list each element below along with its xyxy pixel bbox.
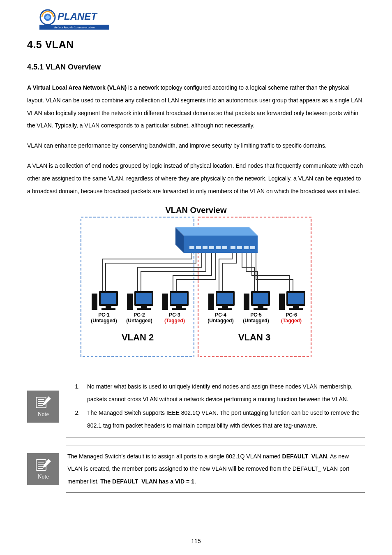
svg-rect-19 (101, 308, 115, 310)
note-1-item-1: No matter what basis is used to uniquely… (81, 380, 363, 406)
svg-rect-6 (189, 246, 194, 249)
svg-rect-8 (203, 246, 208, 249)
note-block-2: Note The Managed Switch's default is to … (27, 446, 365, 493)
diagram-title: VLAN Overview (166, 206, 227, 215)
svg-text:(Untagged): (Untagged) (208, 318, 233, 324)
svg-rect-53 (293, 306, 299, 308)
svg-rect-41 (208, 294, 214, 310)
svg-rect-4 (184, 236, 258, 253)
svg-rect-33 (172, 308, 186, 310)
pc-icon: PC-4 (Untagged) (208, 291, 235, 324)
paragraph-2: VLAN can enhance performance by conservi… (27, 139, 365, 152)
svg-rect-25 (141, 306, 147, 308)
page-number: 115 (0, 538, 392, 544)
svg-text:(Untagged): (Untagged) (243, 318, 269, 324)
svg-rect-45 (253, 293, 268, 304)
svg-rect-55 (279, 294, 285, 310)
note-badge: Note (27, 453, 59, 485)
note-badge-label: Note (37, 474, 48, 480)
brand-logo: PLANET Networking & Communication (39, 7, 365, 30)
svg-rect-24 (136, 293, 152, 304)
pc-icon: PC-3 (Tagged) (162, 291, 189, 324)
svg-rect-18 (106, 306, 111, 308)
svg-text:(Untagged): (Untagged) (126, 318, 152, 324)
svg-rect-15 (250, 246, 255, 249)
svg-rect-17 (101, 293, 116, 304)
subsection-title: 4.5.1 VLAN Overview (27, 63, 365, 72)
svg-rect-13 (237, 246, 242, 249)
svg-rect-46 (258, 306, 263, 308)
paragraph-1-lead: A Virtual Local Area Network (VLAN) (27, 84, 127, 91)
svg-rect-14 (244, 246, 249, 249)
svg-rect-27 (127, 294, 133, 310)
note-2-post: . (194, 478, 196, 485)
svg-rect-47 (254, 308, 267, 310)
note-badge-label: Note (37, 411, 48, 418)
paragraph-1-rest: is a network topology configured accordi… (27, 84, 364, 129)
svg-rect-34 (162, 294, 168, 310)
note-2-pre: The Managed Switch's default is to assig… (67, 453, 282, 460)
brand-text: PLANET (58, 11, 98, 22)
svg-rect-9 (209, 246, 214, 249)
vlan3-label: VLAN 3 (238, 332, 270, 342)
svg-rect-10 (216, 246, 221, 249)
pc-icon: PC-5 (Untagged) (243, 291, 270, 324)
svg-rect-26 (137, 308, 151, 310)
svg-text:PC-1: PC-1 (98, 312, 110, 318)
svg-rect-32 (176, 306, 182, 308)
note-1-content: No matter what basis is used to uniquely… (66, 376, 365, 437)
svg-text:(Untagged): (Untagged) (91, 318, 117, 324)
svg-text:(Tagged): (Tagged) (164, 318, 185, 324)
vlan2-label: VLAN 2 (122, 332, 154, 342)
svg-text:PC-6: PC-6 (286, 312, 297, 318)
paragraph-3: A VLAN is a collection of end nodes grou… (27, 160, 365, 197)
note-2-bold1: DEFAULT_VLAN (282, 453, 327, 460)
brand-tagline: Networking & Communication (54, 25, 95, 29)
paragraph-1: A Virtual Local Area Network (VLAN) is a… (27, 81, 365, 132)
note-2-content: The Managed Switch's default is to assig… (66, 446, 365, 493)
svg-rect-52 (288, 293, 304, 304)
svg-text:PC-5: PC-5 (250, 312, 262, 318)
svg-rect-38 (217, 293, 233, 304)
svg-rect-48 (244, 294, 249, 310)
vlan-overview-diagram: VLAN Overview (27, 205, 365, 361)
svg-rect-39 (222, 306, 228, 308)
svg-text:PC-4: PC-4 (215, 312, 226, 318)
svg-rect-40 (218, 308, 232, 310)
switch-icon (175, 227, 258, 253)
svg-rect-12 (231, 246, 235, 249)
svg-rect-54 (289, 308, 303, 310)
pc-icon: PC-2 (Untagged) (126, 291, 153, 324)
section-title: 4.5 VLAN (27, 39, 365, 51)
svg-rect-11 (222, 246, 227, 249)
svg-rect-7 (196, 246, 201, 249)
note-1-item-2: The Managed Switch supports IEEE 802.1Q … (81, 407, 363, 432)
svg-marker-3 (175, 227, 258, 236)
svg-text:PC-2: PC-2 (134, 312, 145, 318)
pc-icon: PC-6 (Tagged) (279, 291, 305, 324)
note-icon (35, 458, 52, 472)
svg-text:(Tagged): (Tagged) (281, 318, 302, 324)
note-2-bold2: The DEFAULT_VLAN has a VID = 1 (100, 478, 194, 485)
note-badge: Note (27, 391, 59, 423)
svg-rect-31 (171, 293, 187, 304)
note-block-1: Note No matter what basis is used to uni… (27, 376, 365, 437)
svg-rect-20 (92, 294, 97, 310)
note-icon (35, 395, 52, 409)
svg-text:PC-3: PC-3 (169, 312, 180, 318)
pc-icon: PC-1 (Untagged) (91, 291, 118, 324)
